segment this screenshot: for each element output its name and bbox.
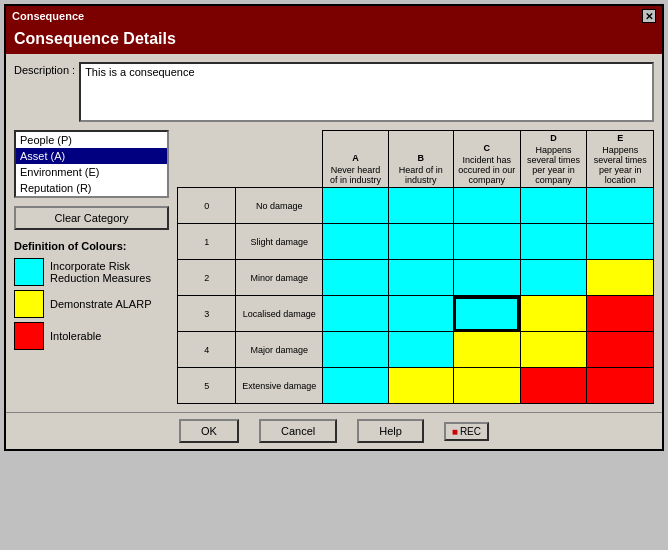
cell-1-B[interactable] xyxy=(388,224,453,260)
table-row: 0 No damage xyxy=(178,188,654,224)
row-label-4: Major damage xyxy=(236,332,323,368)
clear-category-button[interactable]: Clear Category xyxy=(14,206,169,230)
colour-yellow-box: Demonstrate ALARP xyxy=(14,290,169,318)
col-header-B: B Heard of in industry xyxy=(388,131,453,188)
rec-label: REC xyxy=(460,426,481,437)
table-row: 4 Major damage xyxy=(178,332,654,368)
cell-4-D[interactable] xyxy=(520,332,587,368)
category-list: People (P) Asset (A) Environment (E) Rep… xyxy=(14,130,169,198)
cyan-swatch xyxy=(14,258,44,286)
close-button[interactable]: ✕ xyxy=(642,9,656,23)
cell-3-B[interactable] xyxy=(388,296,453,332)
cell-4-A[interactable] xyxy=(323,332,388,368)
category-environment[interactable]: Environment (E) xyxy=(16,164,167,180)
cell-3-D[interactable] xyxy=(520,296,587,332)
cell-5-D[interactable] xyxy=(520,368,587,404)
row-label-0: No damage xyxy=(236,188,323,224)
matrix-container: A Never heard of in industry B Heard of … xyxy=(177,130,654,404)
rec-button[interactable]: ■ REC xyxy=(444,422,489,441)
table-row: 5 Extensive damage xyxy=(178,368,654,404)
cell-5-A[interactable] xyxy=(323,368,388,404)
category-reputation[interactable]: Reputation (R) xyxy=(16,180,167,196)
main-row: People (P) Asset (A) Environment (E) Rep… xyxy=(14,130,654,404)
cyan-label: Incorporate Risk Reduction Measures xyxy=(50,260,169,284)
empty-header-label xyxy=(236,131,323,188)
row-num-2: 2 xyxy=(178,260,236,296)
cell-4-B[interactable] xyxy=(388,332,453,368)
table-row: 3 Localised damage xyxy=(178,296,654,332)
main-window: Consequence ✕ Consequence Details Descri… xyxy=(4,4,664,451)
cell-5-E[interactable] xyxy=(587,368,654,404)
description-label: Description : xyxy=(14,64,75,76)
row-num-0: 0 xyxy=(178,188,236,224)
cell-0-B[interactable] xyxy=(388,188,453,224)
colour-red-box: Intolerable xyxy=(14,322,169,350)
cell-5-B[interactable] xyxy=(388,368,453,404)
right-panel: A Never heard of in industry B Heard of … xyxy=(177,130,654,404)
colour-definition-title: Definition of Colours: xyxy=(14,240,169,252)
cell-3-C-selected[interactable] xyxy=(453,296,520,332)
cell-2-C[interactable] xyxy=(453,260,520,296)
col-header-A: A Never heard of in industry xyxy=(323,131,388,188)
table-row: 1 Slight damage xyxy=(178,224,654,260)
cell-0-E[interactable] xyxy=(587,188,654,224)
cell-5-C[interactable] xyxy=(453,368,520,404)
col-header-C: C Incident has occured in our company xyxy=(453,131,520,188)
cell-4-E[interactable] xyxy=(587,332,654,368)
cell-1-E[interactable] xyxy=(587,224,654,260)
help-button[interactable]: Help xyxy=(357,419,424,443)
cell-1-C[interactable] xyxy=(453,224,520,260)
window-header: Consequence Details xyxy=(6,26,662,54)
col-header-D: D Happens several times per year in comp… xyxy=(520,131,587,188)
row-num-5: 5 xyxy=(178,368,236,404)
row-num-3: 3 xyxy=(178,296,236,332)
window-title: Consequence xyxy=(12,10,84,22)
empty-header-num xyxy=(178,131,236,188)
row-label-5: Extensive damage xyxy=(236,368,323,404)
cancel-button[interactable]: Cancel xyxy=(259,419,337,443)
cell-1-D[interactable] xyxy=(520,224,587,260)
cell-2-A[interactable] xyxy=(323,260,388,296)
col-header-E: E Happens several times per year in loca… xyxy=(587,131,654,188)
colour-cyan-box: Incorporate Risk Reduction Measures xyxy=(14,258,169,286)
row-label-1: Slight damage xyxy=(236,224,323,260)
bottom-bar: OK Cancel Help ■ REC xyxy=(6,412,662,449)
red-label: Intolerable xyxy=(50,330,101,342)
title-bar: Consequence ✕ xyxy=(6,6,662,26)
cell-1-A[interactable] xyxy=(323,224,388,260)
table-row: 2 Minor damage xyxy=(178,260,654,296)
yellow-swatch xyxy=(14,290,44,318)
matrix-table: A Never heard of in industry B Heard of … xyxy=(177,130,654,404)
content-area: Description : This is a consequence Peop… xyxy=(6,54,662,412)
cell-2-B[interactable] xyxy=(388,260,453,296)
left-panel: People (P) Asset (A) Environment (E) Rep… xyxy=(14,130,169,404)
cell-3-A[interactable] xyxy=(323,296,388,332)
row-num-1: 1 xyxy=(178,224,236,260)
description-row: Description : This is a consequence xyxy=(14,62,654,122)
yellow-label: Demonstrate ALARP xyxy=(50,298,152,310)
row-label-2: Minor damage xyxy=(236,260,323,296)
cell-3-E[interactable] xyxy=(587,296,654,332)
cell-2-D[interactable] xyxy=(520,260,587,296)
cell-0-C[interactable] xyxy=(453,188,520,224)
category-people[interactable]: People (P) xyxy=(16,132,167,148)
cell-4-C[interactable] xyxy=(453,332,520,368)
row-num-4: 4 xyxy=(178,332,236,368)
rec-icon: ■ xyxy=(452,426,458,437)
ok-button[interactable]: OK xyxy=(179,419,239,443)
cell-0-D[interactable] xyxy=(520,188,587,224)
red-swatch xyxy=(14,322,44,350)
description-input[interactable]: This is a consequence xyxy=(79,62,654,122)
category-asset[interactable]: Asset (A) xyxy=(16,148,167,164)
cell-2-E[interactable] xyxy=(587,260,654,296)
row-label-3: Localised damage xyxy=(236,296,323,332)
cell-0-A[interactable] xyxy=(323,188,388,224)
